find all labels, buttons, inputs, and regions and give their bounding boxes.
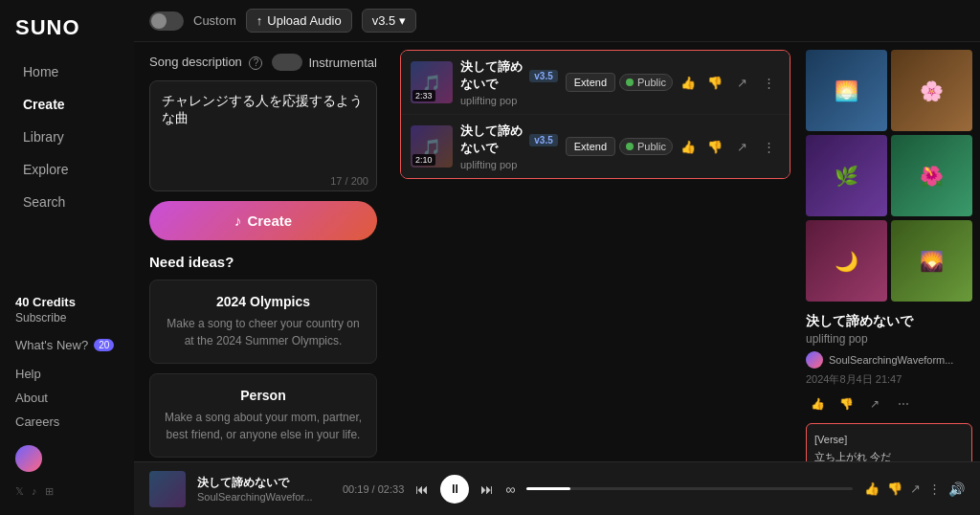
instrumental-label: Instrumental (308, 56, 377, 70)
discord-icon[interactable]: ⊞ (45, 485, 54, 498)
player-dislike-button[interactable]: 👎 (887, 481, 902, 496)
idea-card-title-2: Person (164, 388, 363, 403)
idea-card-desc-2: Make a song about your mom, partner, bes… (164, 409, 363, 443)
track-share-button[interactable]: ↗ (863, 392, 886, 415)
sidebar-item-create[interactable]: Create (8, 89, 126, 120)
version-selector[interactable]: v3.5 ▾ (362, 9, 417, 33)
upload-icon: ↑ (256, 13, 263, 28)
public-indicator (626, 78, 634, 86)
info-icon[interactable]: ? (249, 56, 262, 70)
create-button[interactable]: ♪ Create (149, 201, 377, 240)
idea-card-olympics[interactable]: 2024 Olympics Make a song to cheer your … (149, 280, 377, 364)
track-like-button[interactable]: 👍 (806, 392, 829, 415)
x-icon[interactable]: 𝕏 (15, 485, 24, 498)
subscribe-button[interactable]: Subscribe (15, 311, 119, 325)
topbar: Custom ↑ Upload Audio v3.5 ▾ (134, 0, 980, 42)
progress-area (526, 487, 853, 490)
art-thumbnail-3[interactable]: 🌿 (806, 135, 887, 216)
art-grid: 🌅 🌸 🌿 🌺 🌙 🌄 (806, 50, 972, 302)
sidebar-item-home[interactable]: Home (8, 56, 126, 87)
song-info: 決して諦めないで v3.5 uplifting pop (460, 123, 558, 170)
song-genre: uplifting pop (460, 95, 558, 106)
char-count: 17 / 200 (150, 171, 376, 190)
progress-fill (526, 487, 570, 490)
need-ideas-label: Need ideas? (149, 254, 377, 270)
duration-badge: 2:10 (412, 154, 435, 166)
sidebar-item-about[interactable]: About (0, 386, 134, 410)
player-more-button[interactable]: ⋮ (928, 481, 941, 496)
player-share-button[interactable]: ↗ (910, 481, 921, 496)
like-button[interactable]: 👍 (677, 135, 700, 158)
art-thumbnail-1[interactable]: 🌅 (806, 50, 887, 131)
songs-container: 🎵 2:33 決して諦めないで v3.5 uplifting pop (400, 50, 791, 179)
public-toggle[interactable]: Public (619, 138, 673, 155)
track-title: 決して諦めないで (806, 313, 972, 330)
sidebar-item-library[interactable]: Library (8, 122, 126, 152)
song-thumbnail[interactable]: 🎵 2:33 (411, 61, 453, 103)
upload-audio-button[interactable]: ↑ Upload Audio (246, 9, 352, 33)
lyrics-box: [Verse] 立ち上がれ 今だ 君の夢 掴むため 負けないで 前へ 光は君の中… (806, 423, 972, 461)
extend-button[interactable]: Extend (566, 73, 615, 92)
track-more-button[interactable]: ⋯ (892, 392, 915, 415)
song-title: 決して諦めないで v3.5 (460, 123, 558, 157)
idea-card-person[interactable]: Person Make a song about your mom, partn… (149, 373, 377, 458)
author-avatar[interactable] (806, 351, 823, 369)
dislike-button[interactable]: 👎 (703, 135, 726, 158)
sidebar-item-explore[interactable]: Explore (8, 154, 126, 185)
song-actions: Extend Public 👍 👎 ↗ ⋮ (566, 135, 780, 158)
player-author: SoulSearchingWavefor... (197, 491, 331, 503)
tiktok-icon[interactable]: ♪ (32, 485, 37, 498)
public-toggle[interactable]: Public (619, 74, 673, 91)
avatar[interactable] (15, 445, 42, 472)
custom-toggle[interactable] (149, 11, 184, 31)
extend-button[interactable]: Extend (566, 137, 615, 156)
song-info: 決して諦めないで v3.5 uplifting pop (460, 58, 558, 106)
share-button[interactable]: ↗ (730, 71, 753, 94)
sidebar-item-search[interactable]: Search (8, 187, 126, 217)
volume-button[interactable]: 🔊 (948, 481, 965, 497)
prev-button[interactable]: ⏮ (415, 481, 429, 497)
content-area: Song description ? Instrumental チャレンジする人… (134, 42, 980, 461)
player-controls: ⏮ ⏸ ⏭ ∞ (415, 475, 515, 504)
track-dislike-button[interactable]: 👎 (835, 392, 858, 415)
instrumental-switch[interactable] (272, 54, 302, 71)
art-thumbnail-2[interactable]: 🌸 (891, 50, 972, 131)
track-author: SoulSearchingWaveform... (806, 351, 972, 369)
next-button[interactable]: ⏭ (480, 481, 494, 497)
more-options-button[interactable]: ⋮ (757, 135, 780, 158)
app-logo: SUNO (0, 11, 134, 56)
song-thumbnail[interactable]: 🎵 2:10 (411, 125, 453, 168)
song-description-input[interactable]: チャレンジする人を応援するような曲 (150, 81, 376, 168)
public-indicator (626, 143, 634, 150)
like-button[interactable]: 👍 (677, 71, 700, 94)
player-right-controls: 👍 👎 ↗ ⋮ 🔊 (864, 481, 965, 497)
whats-new-item[interactable]: What's New? 20 (0, 332, 134, 358)
whats-new-badge: 20 (94, 339, 114, 351)
art-thumbnail-5[interactable]: 🌙 (806, 220, 887, 302)
credits-label: 40 Credits (15, 295, 119, 309)
share-button[interactable]: ↗ (730, 135, 753, 158)
song-item: 🎵 2:33 決して諦めないで v3.5 uplifting pop (401, 51, 790, 115)
track-actions: 👍 👎 ↗ ⋯ (806, 392, 972, 415)
song-desc-label: Song description ? (149, 55, 262, 70)
pause-button[interactable]: ⏸ (440, 475, 469, 504)
chevron-down-icon: ▾ (399, 13, 406, 28)
custom-label: Custom (193, 13, 236, 28)
art-thumbnail-4[interactable]: 🌺 (891, 135, 972, 216)
version-tag: v3.5 (529, 134, 557, 146)
center-panel: 🎵 2:33 決して諦めないで v3.5 uplifting pop (392, 42, 798, 461)
art-thumbnail-6[interactable]: 🌄 (891, 220, 972, 302)
sidebar-item-careers[interactable]: Careers (0, 410, 134, 434)
right-panel: 🌅 🌸 🌿 🌺 🌙 🌄 決して諦めないで uplifting pop SoulS… (798, 42, 980, 461)
player-thumbnail[interactable] (149, 471, 186, 507)
more-options-button[interactable]: ⋮ (757, 71, 780, 94)
progress-bar[interactable] (526, 487, 853, 490)
sidebar-item-help[interactable]: Help (0, 362, 134, 386)
sidebar: SUNO Home Create Library Explore Search … (0, 0, 134, 515)
player-like-button[interactable]: 👍 (864, 481, 880, 496)
loop-button[interactable]: ∞ (505, 481, 515, 497)
music-note-icon: ♪ (234, 213, 242, 229)
main-content: Custom ↑ Upload Audio v3.5 ▾ Song descri… (134, 0, 980, 515)
dislike-button[interactable]: 👎 (703, 71, 726, 94)
whats-new-label: What's New? (15, 338, 88, 352)
